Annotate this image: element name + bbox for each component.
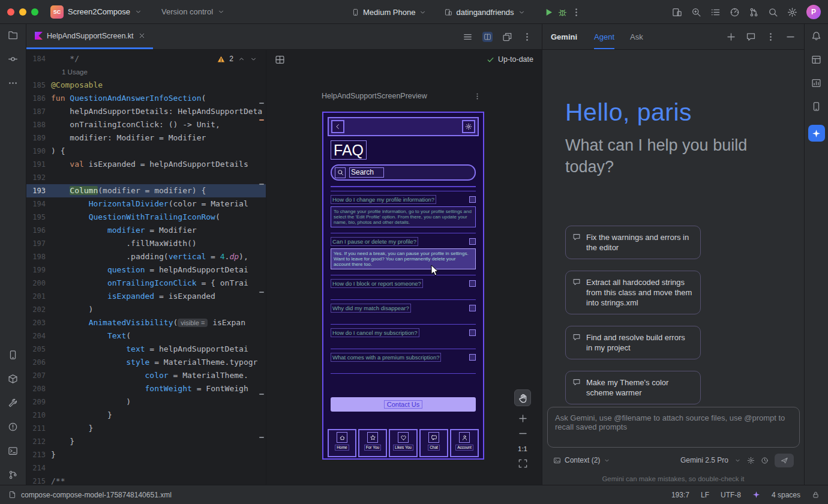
package-icon[interactable]: [8, 374, 18, 384]
code-line[interactable]: 198 .padding(vertical = 4.dp),: [26, 250, 266, 263]
code-line[interactable]: 186fun QuestionAndAnswerInfoSection(: [26, 92, 266, 105]
code-line[interactable]: 213}: [26, 448, 266, 461]
code-editor[interactable]: 2 184 */1 Usage185@Composable186fun Ques…: [26, 50, 266, 485]
gemini-prompt-box[interactable]: [547, 407, 800, 448]
code-line[interactable]: 185@Composable: [26, 79, 266, 92]
preview-options-icon[interactable]: [473, 92, 481, 100]
preview-layout-icon[interactable]: [275, 55, 285, 65]
run-button[interactable]: [544, 7, 554, 17]
suggestion-card[interactable]: Fix the warnings and errors in the edito…: [565, 226, 701, 259]
device-icon[interactable]: [8, 350, 18, 360]
suggestion-card[interactable]: Find and resolve build errors in my proj…: [565, 326, 701, 359]
code-line[interactable]: 189 modifier: Modifier = Modifier: [26, 131, 266, 145]
usage-hint-line[interactable]: 1 Usage: [26, 65, 266, 79]
window-controls[interactable]: [0, 8, 50, 16]
code-line[interactable]: 206 style = MaterialTheme.typogr: [26, 356, 266, 369]
open-in-window-icon[interactable]: [502, 32, 512, 42]
search-icon[interactable]: [768, 7, 778, 17]
new-chat-icon[interactable]: [726, 32, 736, 42]
phone-preview-canvas[interactable]: FAQ Search How do I change my profile in…: [322, 112, 484, 460]
terminal-icon[interactable]: [8, 446, 18, 456]
code-line[interactable]: 205 text = helpAndSupportDetai: [26, 343, 266, 356]
code-line[interactable]: 188 onTrailingIconClick: () -> Unit,: [26, 118, 266, 131]
code-line[interactable]: 202 ): [26, 303, 266, 316]
gemini-settings-icon[interactable]: [747, 457, 755, 464]
minimize-window-button[interactable]: [19, 8, 26, 16]
code-line[interactable]: 207 color = MaterialTheme.: [26, 369, 266, 382]
code-line[interactable]: 192: [26, 171, 266, 184]
gemini-prompt-input[interactable]: [548, 407, 799, 447]
code-line[interactable]: 203 AnimatedVisibility(visible = isExpan: [26, 316, 266, 329]
code-line[interactable]: 214: [26, 461, 266, 475]
inspector-icon[interactable]: [811, 55, 821, 65]
prompt-history-icon[interactable]: [761, 457, 769, 464]
project-selector[interactable]: Screen2Compose: [68, 7, 130, 16]
caret-position[interactable]: 193:7: [671, 491, 689, 499]
debug-button[interactable]: [557, 7, 568, 17]
zoom-level-button[interactable]: 1:1: [518, 441, 527, 456]
close-window-button[interactable]: [7, 8, 14, 16]
editor-tab[interactable]: HelpAndSupportScreen.kt: [26, 24, 153, 49]
file-encoding[interactable]: UTF-8: [721, 491, 741, 499]
chat-history-icon[interactable]: [746, 32, 756, 42]
insights-icon[interactable]: [811, 78, 821, 88]
build-icon[interactable]: [8, 398, 18, 408]
panel-options-icon[interactable]: [766, 32, 776, 42]
attach-image-icon[interactable]: [553, 457, 561, 464]
compose-preview-panel[interactable]: Up-to-date HelpAndSupportScreenPreview F…: [266, 50, 542, 485]
inspections-widget[interactable]: 2: [215, 53, 260, 64]
close-tab-icon[interactable]: [138, 32, 146, 40]
editor-menu-icon[interactable]: [463, 32, 473, 42]
code-line[interactable]: 187 helpAndSupportDetails: HelpAndSuppor…: [26, 105, 266, 118]
code-line[interactable]: 215/**: [26, 475, 266, 485]
code-line[interactable]: 191 val isExpanded = helpAndSupportDetai…: [26, 158, 266, 171]
hide-panel-icon[interactable]: [785, 32, 796, 42]
suggestion-card[interactable]: Make my Theme's color scheme warmer: [565, 371, 701, 404]
next-warning-icon[interactable]: [250, 55, 257, 63]
send-prompt-button[interactable]: [775, 454, 794, 467]
code-line[interactable]: 200 onTrailingIconClick = { onTrai: [26, 277, 266, 290]
suggestion-card[interactable]: Extract all hardcoded strings from this …: [565, 271, 701, 314]
run-configuration-selector[interactable]: datingandfriends: [456, 8, 514, 17]
folder-icon[interactable]: [8, 30, 18, 40]
code-line[interactable]: 195 QuestionWithTrailingIconRow(: [26, 211, 266, 224]
code-line[interactable]: 196 modifier = Modifier: [26, 224, 266, 237]
bell-icon[interactable]: [811, 31, 821, 41]
code-line[interactable]: 193 Column(modifier = modifier) {: [26, 184, 266, 197]
commit-icon[interactable]: [8, 54, 18, 64]
zoom-in-button[interactable]: [514, 411, 531, 426]
pr-icon[interactable]: [749, 7, 759, 17]
aisearch-icon[interactable]: [691, 7, 701, 17]
code-line[interactable]: 190) {: [26, 145, 266, 158]
problems-icon[interactable]: [8, 422, 18, 432]
zoom-out-button[interactable]: [514, 426, 531, 441]
context-selector[interactable]: Context (2): [565, 456, 600, 464]
code-line[interactable]: 209 ): [26, 395, 266, 409]
vcs-selector[interactable]: Version control: [161, 7, 213, 16]
profiler-icon[interactable]: [730, 7, 740, 17]
zoom-to-fit-button[interactable]: [514, 456, 531, 471]
mirror-icon[interactable]: [672, 7, 682, 17]
split-editor-icon[interactable]: [482, 32, 493, 42]
editor-options-icon[interactable]: [522, 32, 532, 42]
tasks-icon[interactable]: [710, 7, 721, 17]
git-icon[interactable]: [8, 470, 18, 480]
pan-tool-button[interactable]: [514, 389, 531, 406]
model-selector[interactable]: Gemini 2.5 Pro: [680, 456, 728, 464]
ai-spark-icon[interactable]: [752, 491, 760, 499]
more-icon[interactable]: [8, 78, 18, 88]
device-icon[interactable]: [811, 101, 821, 112]
code-line[interactable]: 201 isExpanded = isExpanded: [26, 290, 266, 303]
gear-icon[interactable]: [787, 7, 797, 17]
zoom-window-button[interactable]: [31, 8, 38, 16]
code-line[interactable]: 211 }: [26, 422, 266, 435]
status-file-path[interactable]: compose-compose-model-1758748140651.xml: [21, 491, 172, 499]
code-line[interactable]: 199 question = helpAndSupportDetai: [26, 263, 266, 277]
code-line[interactable]: 204 Text(: [26, 329, 266, 343]
gemini-tab-agent[interactable]: Agent: [594, 24, 614, 49]
more-run-actions-button[interactable]: [571, 7, 581, 17]
device-selector[interactable]: Medium Phone: [363, 8, 415, 17]
code-line[interactable]: 194 HorizontalDivider(color = Material: [26, 197, 266, 211]
code-line[interactable]: 210 }: [26, 409, 266, 422]
indent-setting[interactable]: 4 spaces: [772, 491, 800, 499]
